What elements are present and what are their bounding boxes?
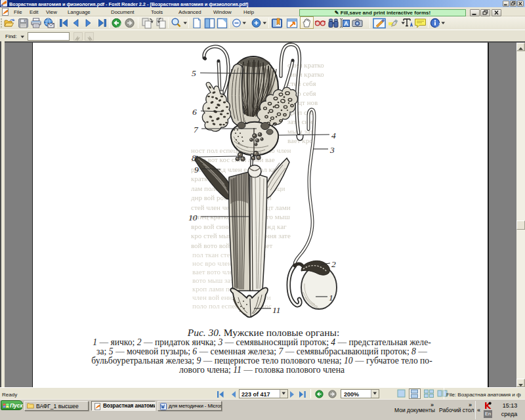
svg-text:10: 10 — [188, 213, 198, 222]
svg-text:1: 1 — [329, 293, 333, 303]
svg-text:сини кратко: сини кратко — [287, 70, 324, 78]
svg-text:5: 5 — [192, 68, 196, 78]
svg-text:6: 6 — [192, 107, 197, 117]
svg-text:стей себя: стей себя — [287, 79, 316, 87]
svg-text:зате сини: зате сини — [287, 117, 316, 125]
svg-text:4: 4 — [331, 131, 336, 140]
svg-text:11: 11 — [272, 305, 281, 315]
svg-text:2: 2 — [331, 259, 336, 269]
svg-text:9: 9 — [194, 165, 199, 175]
svg-text:3: 3 — [329, 145, 335, 155]
svg-text:7: 7 — [194, 125, 199, 135]
svg-text:8: 8 — [192, 153, 196, 163]
